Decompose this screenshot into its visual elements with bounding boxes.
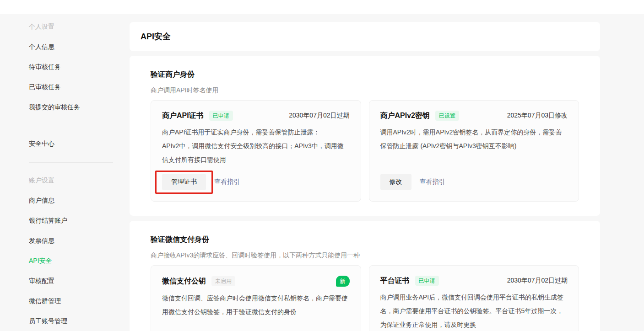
manage-cert-button[interactable]: 管理证书 <box>162 174 206 190</box>
description-line: 商户API证书用于证实商户身份，需妥善保管防止泄露： <box>162 125 350 139</box>
settings-sidebar: 个人设置 个人信息 待审核任务 已审核任务 我提交的审核任务 安全中心 账户设置… <box>0 14 130 331</box>
status-badge: 未启用 <box>211 276 235 286</box>
sidebar-header-personal-settings: 个人设置 <box>29 17 113 37</box>
card-title: 商户APIv2密钥 <box>380 111 430 121</box>
sidebar-item-wechat-group-mgmt[interactable]: 微信群管理 <box>29 291 113 311</box>
card-title: 平台证书 <box>380 276 410 286</box>
section-title: 验证商户身份 <box>151 69 579 80</box>
red-annotation-box: 管理证书 <box>155 171 213 194</box>
card-wechatpay-public-key: 微信支付公钥 未启用 新 微信支付回调、应答商户时会使用微信支付私钥签名，商户需… <box>151 265 361 331</box>
sidebar-header-account-settings: 账户设置 <box>29 171 113 191</box>
section-verify-wechatpay-identity: 验证微信支付身份 商户接收APIv3的请求应答、回调时验签使用，以下两种方式只能… <box>130 221 600 331</box>
modify-key-button[interactable]: 修改 <box>380 174 411 190</box>
card-platform-cert: 平台证书 已申请 2030年07月02日过期 商户调用业务API后，微信支付回调… <box>369 265 579 331</box>
section-subtitle: 商户调用API时签名使用 <box>151 85 579 95</box>
main-content: API安全 验证商户身份 商户调用API时签名使用 商户API证书 已申请 20… <box>130 14 600 331</box>
card-description: 商户API证书用于证实商户身份，需妥善保管防止泄露： APIv2中，调用微信支付… <box>162 125 350 166</box>
sidebar-item-invoice-info[interactable]: 发票信息 <box>29 231 113 251</box>
card-actions: 修改 查看指引 <box>380 174 568 190</box>
cards-row: 微信支付公钥 未启用 新 微信支付回调、应答商户时会使用微信支付私钥签名，商户需… <box>151 265 579 331</box>
sidebar-item-reviewed-tasks[interactable]: 已审核任务 <box>29 77 113 97</box>
page-title: API安全 <box>141 31 171 42</box>
card-head: 微信支付公钥 未启用 新 <box>162 276 350 287</box>
card-merchant-apiv2-key: 商户APIv2密钥 已设置 2025年07月03日修改 调用APIv2时，需用A… <box>369 100 579 202</box>
sidebar-item-security-center[interactable]: 安全中心 <box>29 134 113 154</box>
sidebar-item-personal-info[interactable]: 个人信息 <box>29 37 113 57</box>
view-guide-link[interactable]: 查看指引 <box>214 178 240 186</box>
section-title: 验证微信支付身份 <box>151 235 579 245</box>
expiry-date: 2030年07月02日过期 <box>507 277 568 285</box>
section-verify-merchant-identity: 验证商户身份 商户调用API时签名使用 商户API证书 已申请 2030年07月… <box>130 56 600 216</box>
sidebar-item-api-security[interactable]: API安全 <box>29 251 113 271</box>
cards-row: 商户API证书 已申请 2030年07月02日过期 商户API证书用于证实商户身… <box>151 100 579 202</box>
expiry-date: 2030年07月02日过期 <box>289 112 349 120</box>
status-badge: 已申请 <box>415 276 439 286</box>
status-badge: 已申请 <box>209 111 233 121</box>
sidebar-item-staff-account-mgmt[interactable]: 员工账号管理 <box>29 311 113 331</box>
sidebar-item-review-config[interactable]: 审核配置 <box>29 271 113 291</box>
card-head: 商户API证书 已申请 2030年07月02日过期 <box>162 111 350 121</box>
sidebar-item-bank-settlement-account[interactable]: 银行结算账户 <box>29 211 113 231</box>
card-title: 微信支付公钥 <box>162 276 206 286</box>
card-description: 商户调用业务API后，微信支付回调会使用平台证书的私钥生成签名，商户需要使用平台… <box>380 290 568 331</box>
description-line: APIv2中，调用微信支付安全级别较高的接口；APIv3中，调用微信支付所有接口… <box>162 139 350 166</box>
sidebar-divider <box>29 126 113 126</box>
card-description: 调用APIv2时，需用APIv2密钥签名，从而界定你的身份，需妥善保管防止泄露 … <box>380 125 568 153</box>
card-merchant-api-cert: 商户API证书 已申请 2030年07月02日过期 商户API证书用于证实商户身… <box>151 100 361 202</box>
page-header-card: API安全 <box>130 22 600 51</box>
section-subtitle: 商户接收APIv3的请求应答、回调时验签使用，以下两种方式只能使用一种 <box>151 251 579 260</box>
card-title: 商户API证书 <box>162 111 204 121</box>
card-head: 平台证书 已申请 2030年07月02日过期 <box>380 276 568 286</box>
status-badge: 已设置 <box>435 111 459 121</box>
page-layout: 个人设置 个人信息 待审核任务 已审核任务 我提交的审核任务 安全中心 账户设置… <box>0 14 644 331</box>
sidebar-item-merchant-info[interactable]: 商户信息 <box>29 191 113 211</box>
sidebar-item-pending-review-tasks[interactable]: 待审核任务 <box>29 57 113 77</box>
card-actions: 管理证书 查看指引 <box>162 174 350 190</box>
card-description: 微信支付回调、应答商户时会使用微信支付私钥签名，商户需要使用微信支付公钥验签，用… <box>162 291 350 319</box>
top-bar <box>0 0 644 14</box>
modified-date: 2025年07月03日修改 <box>507 112 568 120</box>
view-guide-link[interactable]: 查看指引 <box>420 178 445 186</box>
card-head: 商户APIv2密钥 已设置 2025年07月03日修改 <box>380 111 568 121</box>
sidebar-item-my-submitted-tasks[interactable]: 我提交的审核任务 <box>29 97 113 117</box>
new-badge: 新 <box>336 276 350 287</box>
sidebar-divider <box>29 162 113 163</box>
